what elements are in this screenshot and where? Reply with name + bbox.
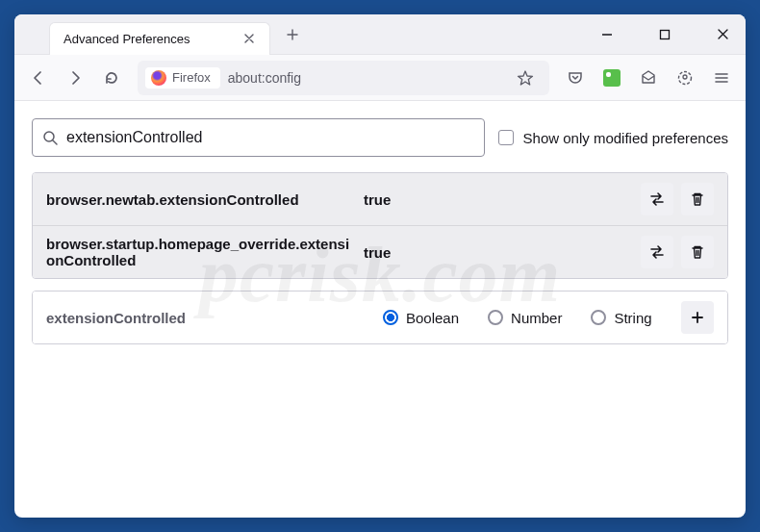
radio-string[interactable]: String [591,310,651,326]
tab-title: Advanced Preferences [63,32,239,46]
preference-name: browser.startup.homepage_override.extens… [46,236,354,268]
menu-button[interactable] [705,62,738,94]
type-radio-group: Boolean Number String [364,310,671,326]
close-window-button[interactable] [705,17,740,52]
search-row: Show only modified preferences [32,118,728,157]
svg-point-1 [679,71,692,84]
toggle-button[interactable] [641,183,673,215]
add-button[interactable] [681,301,714,334]
radio-icon [488,310,503,325]
identity-label: Firefox [172,70,211,85]
close-tab-icon[interactable] [239,28,260,49]
svg-point-2 [683,75,687,79]
tab-strip: Advanced Preferences [14,14,590,54]
preference-search-box[interactable] [32,118,485,157]
window-controls [590,17,746,52]
search-icon [42,130,59,146]
delete-button[interactable] [681,236,714,268]
pocket-icon[interactable] [559,62,592,94]
back-button[interactable] [22,62,55,94]
add-preference-block: extensionControlled Boolean Number Strin… [32,291,728,344]
preference-row[interactable]: browser.newtab.extensionControlled true [33,173,727,226]
forward-button[interactable] [59,62,91,94]
navigation-toolbar: Firefox about:config [14,55,746,101]
tab-active[interactable]: Advanced Preferences [49,22,270,55]
inbox-icon[interactable] [632,62,665,94]
preference-results: browser.newtab.extensionControlled true … [32,172,728,279]
maximize-button[interactable] [647,17,682,52]
checkbox-icon [498,130,514,145]
preference-row[interactable]: browser.startup.homepage_override.extens… [33,226,727,278]
extension-icon[interactable] [595,62,628,94]
new-tab-button[interactable] [278,20,307,49]
identity-box[interactable]: Firefox [145,67,220,89]
about-config-content: Show only modified preferences browser.n… [14,101,746,518]
add-preference-name: extensionControlled [46,310,354,326]
account-icon[interactable] [669,62,701,94]
minimize-button[interactable] [590,17,624,52]
radio-icon [383,310,398,325]
radio-icon [591,310,606,325]
delete-button[interactable] [681,183,714,215]
titlebar: Advanced Preferences [14,14,746,55]
preference-search-input[interactable] [66,129,474,146]
reload-button[interactable] [95,62,128,94]
preference-value: true [364,191,631,208]
radio-number[interactable]: Number [488,310,562,326]
firefox-logo-icon [151,70,166,86]
preference-value: true [364,244,631,261]
toggle-button[interactable] [641,236,673,268]
browser-window: Advanced Preferences Firefox about:con [14,14,746,518]
show-modified-label: Show only modified preferences [523,130,728,146]
preference-name: browser.newtab.extensionControlled [46,191,354,208]
bookmark-star-icon[interactable] [509,62,542,94]
radio-boolean[interactable]: Boolean [383,310,459,326]
url-bar[interactable]: Firefox about:config [138,61,549,95]
add-preference-row: extensionControlled Boolean Number Strin… [33,291,727,343]
svg-rect-0 [661,30,670,38]
show-modified-checkbox[interactable]: Show only modified preferences [498,130,728,146]
url-text: about:config [228,70,509,86]
